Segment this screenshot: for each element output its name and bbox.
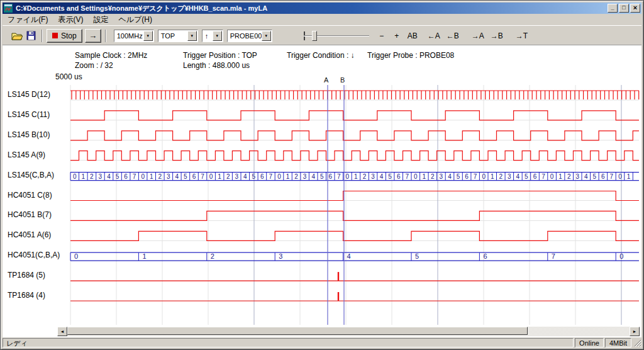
svg-text:7: 7	[552, 252, 555, 260]
toolbar: Stop → 100MHz ▼ TOP ▼ ↑ ▼ PROBE00 ▼ − + …	[3, 25, 641, 45]
channel-label: HC4051 A(6)	[8, 230, 51, 239]
status-memory-badge: 4MBit	[605, 338, 631, 347]
scrollbar-track[interactable]	[67, 327, 630, 336]
statusbar: レディ Online 4MBit	[3, 337, 641, 347]
svg-text:7: 7	[269, 173, 273, 180]
goto-b-right-button[interactable]: →B	[489, 29, 505, 43]
trigger-edge-value: ↑	[203, 32, 213, 40]
svg-text:5: 5	[525, 173, 528, 180]
channel-label: HC4051 C(8)	[8, 191, 52, 200]
channel-label: HC4051(C,B,A)	[8, 251, 60, 259]
svg-text:4: 4	[448, 173, 452, 180]
svg-text:5: 5	[388, 173, 392, 180]
svg-text:2: 2	[90, 173, 94, 180]
svg-text:3: 3	[99, 173, 103, 180]
channel-label: LS145(C,B,A)	[8, 171, 54, 179]
scrollbar-thumb[interactable]	[67, 327, 528, 335]
menu-view[interactable]: 表示(V)	[53, 13, 88, 26]
waveform-display[interactable]: 0123456701234567012345670123456701234567…	[3, 45, 641, 337]
svg-text:6: 6	[260, 173, 264, 180]
svg-text:1: 1	[627, 173, 631, 180]
trigger-position-combo[interactable]: TOP ▼	[158, 30, 198, 42]
open-file-icon[interactable]	[10, 30, 24, 42]
menu-help[interactable]: ヘルプ(H)	[113, 13, 157, 26]
titlebar[interactable]: C:¥Documents and Settings¥noname¥デスクトップ¥…	[3, 3, 641, 14]
svg-text:0: 0	[482, 173, 486, 180]
svg-text:4: 4	[311, 173, 315, 180]
zoom-in-button[interactable]: +	[391, 29, 403, 43]
svg-text:1: 1	[354, 173, 358, 180]
maximize-button[interactable]: □	[619, 4, 629, 13]
svg-text:3: 3	[279, 252, 282, 260]
slider-handle[interactable]	[312, 31, 317, 41]
svg-text:3: 3	[167, 173, 170, 180]
scroll-right-button[interactable]: ►	[630, 327, 640, 336]
svg-text:1: 1	[491, 173, 494, 180]
svg-text:0: 0	[209, 173, 213, 180]
channel-label: HC4051 B(7)	[8, 210, 52, 219]
svg-text:5: 5	[415, 252, 419, 260]
svg-text:3: 3	[508, 173, 511, 180]
goto-a-left-button[interactable]: ←A	[426, 29, 442, 43]
channel-label: TP1684 (4)	[8, 291, 45, 300]
window-title: C:¥Documents and Settings¥noname¥デスクトップ¥…	[16, 4, 608, 13]
zoom-info: Zoom : / 32	[75, 61, 113, 70]
svg-text:5: 5	[252, 173, 256, 180]
zoom-out-button[interactable]: −	[375, 29, 388, 43]
scroll-left-button[interactable]: ◄	[57, 327, 67, 336]
menu-file[interactable]: ファイル(F)	[3, 13, 53, 26]
svg-text:3: 3	[371, 173, 375, 180]
svg-text:7: 7	[133, 173, 136, 180]
svg-text:5: 5	[116, 173, 119, 180]
svg-text:5: 5	[184, 173, 187, 180]
svg-text:5: 5	[457, 173, 460, 180]
svg-text:1: 1	[82, 173, 86, 180]
trigger-edge-combo[interactable]: ↑ ▼	[202, 30, 223, 42]
channel-label: TP1684 (5)	[8, 271, 45, 279]
svg-text:4: 4	[516, 173, 520, 180]
goto-a-right-button[interactable]: →A	[470, 29, 486, 43]
svg-text:0: 0	[73, 173, 77, 180]
cursor-a-label[interactable]: A	[324, 76, 328, 84]
channel-label: LS145 B(10)	[8, 130, 50, 139]
svg-text:1: 1	[150, 173, 153, 180]
waveform-area: 0123456701234567012345670123456701234567…	[3, 45, 641, 337]
chevron-down-icon[interactable]: ▼	[187, 31, 197, 41]
svg-text:0: 0	[414, 173, 418, 180]
svg-text:6: 6	[483, 252, 487, 260]
trigger-probe-combo[interactable]: PROBE00 ▼	[227, 30, 272, 42]
stop-button[interactable]: Stop	[47, 29, 82, 43]
svg-text:6: 6	[465, 173, 469, 180]
svg-text:1: 1	[218, 173, 221, 180]
trigger-position-info: Trigger Position : TOP	[183, 51, 257, 60]
trigger-probe-value: PROBE00	[228, 32, 262, 40]
svg-text:1: 1	[423, 173, 426, 180]
run-button[interactable]: →	[85, 29, 101, 43]
close-button[interactable]: ×	[630, 4, 640, 13]
horizontal-scrollbar[interactable]: ◄ ►	[57, 327, 640, 336]
chevron-down-icon[interactable]: ▼	[262, 31, 271, 41]
goto-b-left-button[interactable]: ←B	[445, 29, 461, 43]
svg-text:7: 7	[201, 173, 204, 180]
chevron-down-icon[interactable]: ▼	[213, 31, 222, 41]
svg-text:0: 0	[346, 173, 350, 180]
chevron-down-icon[interactable]: ▼	[143, 31, 153, 41]
svg-text:7: 7	[541, 173, 545, 180]
zoom-slider[interactable]	[304, 30, 369, 42]
minimize-button[interactable]: _	[608, 4, 618, 13]
svg-text:4: 4	[584, 173, 588, 180]
svg-text:0: 0	[619, 252, 623, 260]
svg-text:3: 3	[235, 173, 238, 180]
ab-button[interactable]: AB	[406, 29, 419, 43]
channel-label: LS145 D(12)	[8, 90, 50, 99]
sample-clock-combo[interactable]: 100MHz ▼	[114, 30, 154, 42]
svg-text:0: 0	[277, 173, 281, 180]
menu-settings[interactable]: 設定	[88, 13, 113, 26]
resize-grip[interactable]	[633, 338, 641, 347]
svg-text:2: 2	[363, 173, 367, 180]
toolbar-separator	[42, 30, 43, 42]
goto-trigger-button[interactable]: →T	[514, 29, 530, 43]
stop-square-icon	[52, 33, 58, 38]
save-icon[interactable]	[24, 30, 38, 42]
cursor-b-label[interactable]: B	[340, 76, 345, 84]
